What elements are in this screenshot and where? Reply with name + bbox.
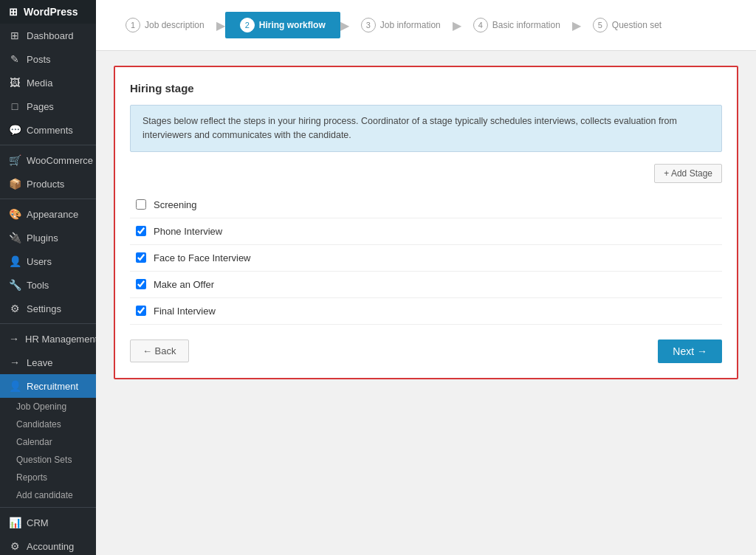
sidebar-item-pages[interactable]: □ Pages — [0, 94, 96, 118]
card-title: Hiring stage — [130, 82, 722, 94]
stage-row-face-interview: Face to Face Interview — [130, 245, 722, 272]
info-box: Stages below reflect the steps in your h… — [130, 105, 722, 152]
sidebar-label-users: Users — [27, 256, 52, 267]
main-content: 1 Job description ▶ 2 Hiring workflow ▶ … — [96, 0, 756, 555]
step-5[interactable]: 5 Question set — [581, 12, 673, 38]
next-button[interactable]: Next → — [658, 339, 722, 363]
posts-icon: ✎ — [9, 53, 21, 65]
step-2-label: Hiring workflow — [259, 20, 326, 30]
wp-logo-text: WordPress — [24, 6, 78, 18]
sidebar-item-appearance[interactable]: 🎨 Appearance — [0, 202, 96, 226]
sidebar-item-media[interactable]: 🖼 Media — [0, 71, 96, 94]
add-candidate-label: Add candidate — [16, 490, 73, 500]
media-icon: 🖼 — [9, 77, 21, 89]
dashboard-icon: ⊞ — [9, 30, 21, 41]
sidebar-label-tools: Tools — [27, 280, 49, 291]
sidebar: ⊞ WordPress ⊞ Dashboard ✎ Posts 🖼 Media … — [0, 0, 96, 555]
accounting-icon: ⚙ — [9, 540, 21, 552]
question-sets-label: Question Sets — [16, 455, 72, 465]
add-stage-button[interactable]: + Add Stage — [654, 164, 722, 183]
sidebar-label-woocommerce: WooCommerce — [27, 155, 93, 166]
sidebar-label-settings: Settings — [27, 303, 61, 314]
stage-checkbox-face-interview[interactable] — [136, 252, 146, 263]
tools-icon: 🔧 — [9, 279, 21, 291]
sidebar-label-recruitment: Recruitment — [27, 381, 78, 392]
sidebar-item-recruitment[interactable]: 👤 Recruitment — [0, 374, 96, 398]
sidebar-label-accounting: Accounting — [27, 541, 74, 552]
card-footer: ← Back Next → — [130, 339, 722, 363]
step-arrow-2: ▶ — [340, 18, 349, 32]
stage-label-screening: Screening — [154, 199, 197, 210]
add-stage-container: + Add Stage — [130, 164, 722, 183]
sidebar-item-hr-management[interactable]: → HR Management — [0, 327, 96, 351]
sidebar-sub-job-opening[interactable]: Job Opening — [0, 398, 96, 416]
sidebar-sub-candidates[interactable]: Candidates — [0, 416, 96, 433]
sidebar-label-products: Products — [27, 179, 64, 190]
sidebar-label-media: Media — [27, 77, 52, 89]
step-arrow-3: ▶ — [453, 18, 461, 32]
stage-label-final-interview: Final Interview — [154, 306, 216, 317]
stage-label-face-interview: Face to Face Interview — [154, 252, 251, 263]
sidebar-label-leave: Leave — [27, 357, 52, 368]
sidebar-label-crm: CRM — [27, 517, 49, 528]
sidebar-item-users[interactable]: 👤 Users — [0, 249, 96, 273]
stage-checkbox-screening[interactable] — [136, 199, 146, 210]
step-4-label: Basic information — [492, 20, 560, 30]
pages-icon: □ — [9, 100, 21, 112]
stepper: 1 Job description ▶ 2 Hiring workflow ▶ … — [96, 0, 756, 51]
sidebar-item-crm[interactable]: 📊 CRM — [0, 511, 96, 534]
appearance-icon: 🎨 — [9, 208, 21, 220]
sidebar-sub-question-sets[interactable]: Question Sets — [0, 451, 96, 469]
sidebar-label-plugins: Plugins — [27, 232, 58, 244]
sidebar-item-dashboard[interactable]: ⊞ Dashboard — [0, 24, 96, 47]
stage-row-make-offer: Make an Offer — [130, 272, 722, 298]
sidebar-item-leave[interactable]: → Leave — [0, 351, 96, 374]
step-arrow-1: ▶ — [216, 18, 225, 32]
sidebar-item-plugins[interactable]: 🔌 Plugins — [0, 226, 96, 249]
job-opening-label: Job Opening — [16, 401, 66, 412]
stage-row-final-interview: Final Interview — [130, 298, 722, 325]
sidebar-item-settings[interactable]: ⚙ Settings — [0, 297, 96, 320]
step-arrow-4: ▶ — [572, 18, 581, 32]
step-1[interactable]: 1 Job description — [114, 12, 216, 38]
stage-checkbox-phone-interview[interactable] — [136, 226, 146, 236]
stage-row-phone-interview: Phone Interview — [130, 218, 722, 245]
step-3[interactable]: 3 Job information — [349, 12, 453, 38]
stage-label-make-offer: Make an Offer — [154, 279, 214, 290]
step-1-label: Job description — [145, 20, 205, 30]
sidebar-label-appearance: Appearance — [27, 209, 78, 220]
sidebar-label-pages: Pages — [27, 101, 54, 112]
step-3-label: Job information — [380, 20, 441, 30]
step-1-number: 1 — [126, 18, 140, 32]
stage-checkbox-make-offer[interactable] — [136, 279, 146, 289]
users-icon: 👤 — [9, 255, 21, 267]
sidebar-item-accounting[interactable]: ⚙ Accounting — [0, 534, 96, 555]
recruitment-icon: 👤 — [9, 380, 21, 392]
sidebar-sub-reports[interactable]: Reports — [0, 469, 96, 486]
stage-label-phone-interview: Phone Interview — [154, 226, 222, 237]
sidebar-item-tools[interactable]: 🔧 Tools — [0, 273, 96, 297]
sidebar-item-comments[interactable]: 💬 Comments — [0, 118, 96, 142]
comments-icon: 💬 — [9, 124, 21, 136]
hiring-stage-card: Hiring stage Stages below reflect the st… — [114, 66, 738, 379]
sidebar-sub-add-candidate[interactable]: Add candidate — [0, 486, 96, 504]
calendar-label: Calendar — [16, 437, 52, 447]
sidebar-sub-calendar[interactable]: Calendar — [0, 433, 96, 451]
stage-row-screening: Screening — [130, 192, 722, 218]
step-5-label: Question set — [612, 20, 662, 30]
leave-icon: → — [9, 356, 21, 368]
crm-icon: 📊 — [9, 517, 21, 528]
step-3-number: 3 — [361, 18, 376, 32]
step-4[interactable]: 4 Basic information — [461, 12, 572, 38]
sidebar-item-woocommerce[interactable]: 🛒 WooCommerce — [0, 148, 96, 172]
step-2[interactable]: 2 Hiring workflow — [225, 12, 340, 38]
step-2-number: 2 — [240, 18, 255, 32]
hr-icon: → — [9, 333, 19, 345]
sidebar-item-products[interactable]: 📦 Products — [0, 172, 96, 196]
sidebar-logo: ⊞ WordPress — [0, 0, 96, 24]
sidebar-item-posts[interactable]: ✎ Posts — [0, 47, 96, 71]
step-4-number: 4 — [473, 18, 488, 32]
step-5-number: 5 — [593, 18, 608, 32]
back-button[interactable]: ← Back — [130, 339, 189, 362]
stage-checkbox-final-interview[interactable] — [136, 306, 146, 316]
